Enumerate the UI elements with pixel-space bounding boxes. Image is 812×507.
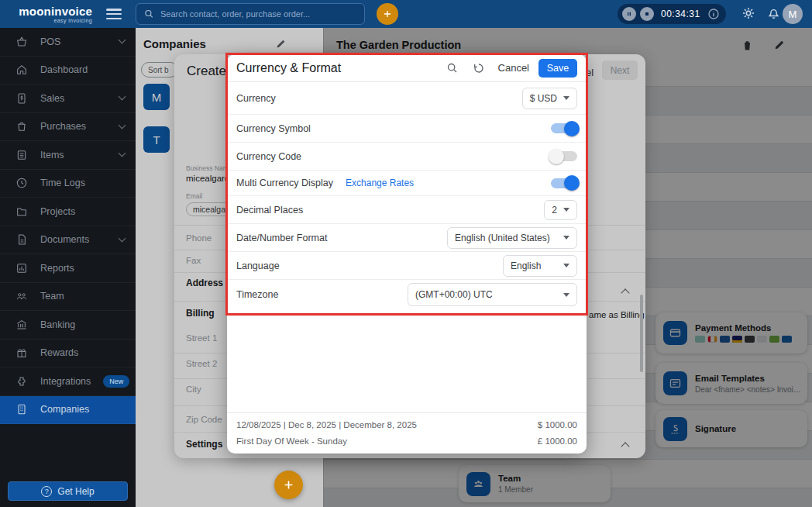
- notifications-bell-icon[interactable]: [766, 5, 781, 20]
- new-badge: New: [103, 375, 129, 388]
- sidebar-item-companies[interactable]: Companies: [0, 396, 136, 425]
- sidebar-item-team[interactable]: Team: [0, 283, 136, 312]
- sidebar-item-pos[interactable]: POS: [0, 28, 136, 57]
- multi-currency-label: Multi Currency Display: [236, 178, 333, 188]
- date-number-format-value: English (United States): [455, 233, 550, 243]
- settings-gear-icon[interactable]: [741, 5, 756, 21]
- folder-icon: [15, 205, 28, 218]
- reset-icon: [473, 62, 485, 74]
- user-avatar[interactable]: M: [783, 4, 803, 24]
- currency-label: Currency: [236, 93, 276, 104]
- decimal-places-row: Decimal Places 2: [227, 196, 587, 224]
- currency-symbol-toggle[interactable]: [551, 123, 577, 133]
- timer-pause-button[interactable]: [622, 7, 636, 21]
- currency-code-label: Currency Code: [236, 151, 301, 162]
- timer-widget: 00:34:31: [618, 4, 726, 24]
- sidebar-item-dashboard[interactable]: Dashboard: [0, 57, 136, 85]
- modal-title: Currency & Format: [236, 61, 439, 75]
- sidebar-item-time-logs[interactable]: Time Logs: [0, 170, 136, 198]
- sidebar-item-label: Purchases: [40, 121, 107, 132]
- search-icon: [446, 62, 459, 74]
- currency-symbol-row: Currency Symbol: [227, 115, 587, 143]
- currency-select[interactable]: $ USD: [522, 88, 577, 109]
- bank-icon: [15, 319, 28, 331]
- sidebar-item-sales[interactable]: Sales: [0, 84, 136, 113]
- stop-icon: [644, 11, 650, 17]
- date-number-format-row: Date/Number Format English (United State…: [227, 224, 587, 252]
- sidebar-item-integrations[interactable]: Integrations New: [0, 367, 136, 396]
- date-format-preview: 12/08/2025 | Dec 8, 2025 | December 8, 2…: [236, 420, 417, 429]
- modal-search-button[interactable]: [446, 62, 459, 74]
- sidebar-item-label: Team: [40, 291, 125, 302]
- timer-info-icon[interactable]: [707, 8, 720, 20]
- multi-currency-toggle[interactable]: [551, 178, 577, 188]
- currency-code-toggle[interactable]: [551, 151, 577, 161]
- sidebar-item-items[interactable]: Items: [0, 141, 136, 170]
- help-icon: ?: [41, 486, 52, 497]
- sidebar-item-label: Companies: [40, 404, 125, 415]
- sales-invoice-icon: [15, 92, 28, 105]
- sidebar-item-projects[interactable]: Projects: [0, 198, 136, 226]
- modal-cancel-button[interactable]: Cancel: [498, 62, 529, 74]
- exchange-rates-link[interactable]: Exchange Rates: [346, 178, 414, 188]
- decimal-places-select[interactable]: 2: [544, 200, 577, 220]
- sidebar-item-label: POS: [40, 36, 107, 47]
- modal-save-button[interactable]: Save: [538, 59, 577, 78]
- chevron-down-icon: [119, 36, 126, 44]
- get-help-button[interactable]: ? Get Help: [8, 481, 128, 501]
- sidebar-nav: POS Dashboard Sales Purchases Items Time…: [0, 28, 136, 507]
- chevron-down-icon: [563, 96, 569, 100]
- amount-preview-usd: $ 1000.00: [538, 420, 577, 429]
- sidebar-item-label: Projects: [40, 206, 125, 217]
- decimal-places-label: Decimal Places: [236, 205, 303, 216]
- sidebar-item-label: Dashboard: [40, 64, 125, 75]
- add-company-fab[interactable]: [274, 471, 303, 499]
- language-label: Language: [236, 260, 280, 271]
- language-select[interactable]: English: [503, 255, 577, 277]
- chevron-down-icon: [563, 236, 569, 240]
- modal-reset-button[interactable]: [473, 62, 485, 74]
- sidebar-item-label: Banking: [40, 319, 125, 330]
- currency-row: Currency $ USD: [227, 82, 587, 115]
- team-icon: [15, 290, 28, 302]
- chevron-down-icon: [563, 293, 569, 297]
- language-row: Language English: [227, 252, 587, 280]
- document-icon: [15, 233, 28, 246]
- timezone-select[interactable]: (GMT+00:00) UTC: [408, 283, 577, 306]
- content-area: Companies Sort b M T The Garden Producti…: [136, 28, 812, 507]
- chevron-down-icon: [563, 264, 569, 267]
- brand-tagline: easy invoicing: [53, 18, 92, 23]
- global-search[interactable]: [136, 3, 365, 25]
- multi-currency-row: Multi Currency Display Exchange Rates: [227, 171, 587, 196]
- sidebar-item-label: Time Logs: [40, 178, 125, 188]
- sidebar-item-reports[interactable]: Reports: [0, 254, 136, 283]
- search-input[interactable]: [160, 9, 356, 19]
- plus-icon: [282, 478, 295, 491]
- home-icon: [15, 64, 28, 76]
- sidebar-item-rewards[interactable]: Rewards: [0, 340, 136, 368]
- company-building-icon: [15, 403, 28, 416]
- chevron-down-icon: [119, 121, 126, 129]
- brand-logo[interactable]: mooninvoice easy invoicing: [0, 5, 92, 23]
- plus-icon: [382, 9, 393, 19]
- timer-stop-button[interactable]: [640, 7, 654, 21]
- date-number-format-label: Date/Number Format: [236, 233, 327, 243]
- sidebar-item-label: Items: [40, 150, 107, 160]
- items-list-icon: [15, 149, 28, 161]
- date-number-format-select[interactable]: English (United States): [447, 227, 577, 249]
- gift-icon: [15, 347, 28, 359]
- purchases-bag-icon: [15, 120, 28, 133]
- menu-hamburger-icon[interactable]: [106, 9, 122, 19]
- app-window: mooninvoice easy invoicing 00:34:31 M: [0, 0, 812, 507]
- timezone-row: Timezone (GMT+00:00) UTC: [227, 280, 587, 309]
- brand-name: mooninvoice: [19, 5, 92, 17]
- reports-chart-icon: [15, 262, 28, 274]
- sidebar-item-banking[interactable]: Banking: [0, 311, 136, 340]
- quick-add-button[interactable]: [377, 3, 398, 25]
- sidebar-item-documents[interactable]: Documents: [0, 226, 136, 255]
- modal-header: Currency & Format Cancel Save: [227, 54, 587, 82]
- get-help-label: Get Help: [57, 486, 94, 497]
- sidebar-item-purchases[interactable]: Purchases: [0, 113, 136, 142]
- currency-symbol-label: Currency Symbol: [236, 123, 311, 134]
- sidebar-item-label: Reports: [40, 263, 125, 274]
